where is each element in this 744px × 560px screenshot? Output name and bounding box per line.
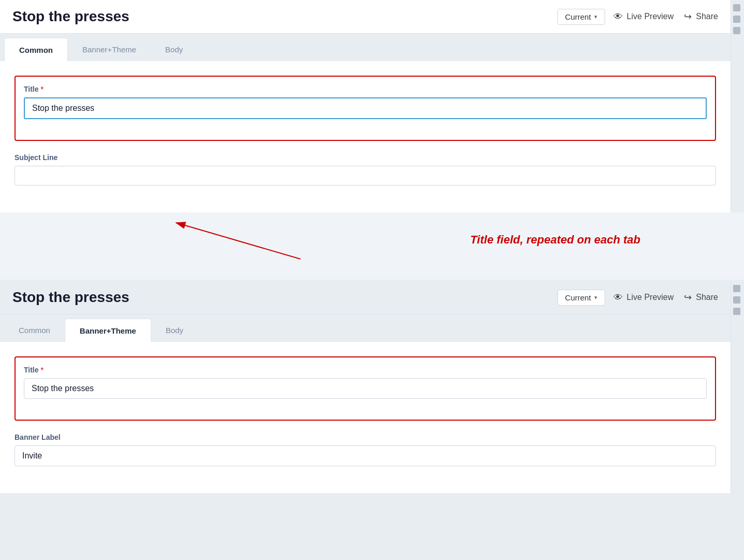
top-header: Stop the presses Current ▾ 👁 Live Previe…: [0, 0, 731, 34]
annotation-area: Title field, repeated on each tab: [0, 212, 744, 280]
title-input-bottom[interactable]: [24, 378, 707, 399]
title-field-red-box-bottom: Title *: [15, 356, 716, 421]
eye-icon-top: 👁: [613, 11, 623, 22]
subject-line-label-top: Subject Line: [15, 153, 716, 162]
annotation-text-label: Title field, repeated on each tab: [470, 233, 640, 247]
subject-line-input-top[interactable]: [15, 166, 716, 185]
live-preview-button-bottom[interactable]: 👁 Live Preview: [613, 292, 674, 303]
bottom-section: Stop the presses Current ▾ 👁 Live Previe…: [0, 281, 744, 493]
right-sidebar-bottom: [731, 281, 744, 493]
header-actions-top: 👁 Live Preview ↪ Share: [613, 11, 718, 22]
version-dropdown-top[interactable]: Current ▾: [557, 9, 605, 25]
top-content-area: Title * Subject Line: [0, 61, 731, 212]
sidebar-dot-6: [733, 308, 740, 315]
bottom-header: Stop the presses Current ▾ 👁 Live Previe…: [0, 281, 731, 314]
tab-body-top[interactable]: Body: [151, 38, 197, 61]
tab-body-bottom[interactable]: Body: [151, 319, 198, 342]
eye-icon-bottom: 👁: [613, 292, 623, 303]
title-required-star-top: *: [41, 85, 44, 93]
sidebar-dot-2: [733, 16, 740, 23]
banner-label-input[interactable]: [15, 446, 716, 466]
title-label-bottom: Title *: [24, 366, 707, 374]
share-label-bottom: Share: [696, 293, 718, 302]
share-label-top: Share: [696, 12, 718, 21]
svg-line-1: [176, 223, 301, 259]
banner-label-label: Banner Label: [15, 433, 716, 441]
chevron-down-icon-top: ▾: [594, 13, 597, 20]
version-label-top: Current: [565, 12, 591, 21]
sidebar-dot-4: [733, 285, 740, 292]
tab-common-bottom[interactable]: Common: [4, 319, 65, 342]
share-button-top[interactable]: ↪ Share: [684, 11, 718, 22]
page-title-top: Stop the presses: [12, 8, 549, 25]
tab-banner-theme-bottom[interactable]: Banner+Theme: [65, 319, 151, 342]
share-button-bottom[interactable]: ↪ Share: [684, 292, 718, 303]
title-field-red-box-top: Title *: [15, 76, 716, 141]
tab-banner-theme-top[interactable]: Banner+Theme: [68, 38, 151, 61]
sidebar-dot-1: [733, 4, 740, 11]
title-label-top: Title *: [24, 85, 707, 93]
title-required-star-bottom: *: [41, 366, 44, 374]
live-preview-label-bottom: Live Preview: [627, 293, 674, 302]
tabs-bar-top: Common Banner+Theme Body: [0, 34, 731, 61]
bottom-content-area: Title * Banner Label: [0, 342, 731, 493]
title-input-top[interactable]: [24, 97, 707, 119]
tab-common-top[interactable]: Common: [4, 38, 68, 62]
version-dropdown-bottom[interactable]: Current ▾: [557, 290, 605, 306]
live-preview-button-top[interactable]: 👁 Live Preview: [613, 11, 674, 22]
sidebar-dot-5: [733, 296, 740, 304]
share-arrow-icon-bottom: ↪: [684, 292, 692, 303]
subject-line-field-group-top: Subject Line: [15, 153, 716, 185]
live-preview-label-top: Live Preview: [627, 12, 674, 21]
page-title-bottom: Stop the presses: [12, 289, 549, 306]
chevron-down-icon-bottom: ▾: [594, 294, 597, 301]
share-arrow-icon-top: ↪: [684, 11, 692, 22]
tabs-bar-bottom: Common Banner+Theme Body: [0, 314, 731, 342]
header-actions-bottom: 👁 Live Preview ↪ Share: [613, 292, 718, 303]
sidebar-dot-3: [733, 27, 740, 34]
banner-label-field-group: Banner Label: [15, 433, 716, 466]
title-field-group-top: Title *: [24, 85, 707, 119]
right-sidebar-top: [731, 0, 744, 212]
title-field-group-bottom: Title *: [24, 366, 707, 399]
version-label-bottom: Current: [565, 293, 591, 302]
